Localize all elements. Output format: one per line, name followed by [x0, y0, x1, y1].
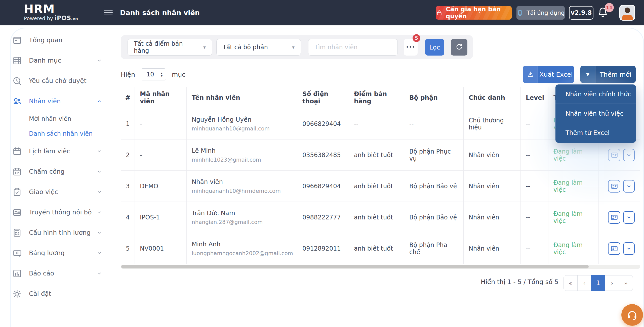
hamburger-menu-icon[interactable]	[104, 8, 113, 17]
id-card-icon	[611, 245, 618, 252]
refresh-button[interactable]	[451, 39, 467, 56]
gear-icon	[12, 289, 22, 299]
sidebar-item-cau-hinh-tinh-luong[interactable]: Cấu hình tính lương	[0, 222, 112, 243]
clock-pending-icon	[12, 76, 22, 86]
stepper-arrows-icon: ▴▾	[161, 72, 163, 77]
sidebar-subitem-moi-nhan-vien[interactable]: Mời nhân viên	[0, 111, 112, 126]
cell-actions	[599, 202, 640, 233]
select-caret-icon: ▼	[292, 45, 295, 49]
cell-name: Nhân viên minhquananh10@hrmdemo.com	[187, 171, 297, 202]
cell-pos: --	[349, 108, 404, 139]
department-filter-select[interactable]: Tất cả bộ phận ▼	[216, 39, 301, 56]
chevron-down-icon	[97, 250, 102, 256]
menu-item-nhan-vien-thu-viec[interactable]: Nhân viên thử việc	[555, 104, 636, 123]
cell-phone: 0356382485	[297, 139, 349, 171]
sidebar-item-lich-lam-viec[interactable]: Lịch làm việc	[0, 141, 112, 161]
row-expand-button[interactable]	[623, 211, 635, 224]
cell-level: --	[521, 108, 548, 139]
cell-level: --	[521, 139, 548, 171]
chevron-down-icon	[626, 183, 632, 190]
search-input[interactable]	[308, 39, 397, 55]
sidebar-item-yeu-cau-cho-duyet[interactable]: Yêu cầu chờ duyệt	[0, 71, 112, 91]
cell-dept: Bộ phận Pha chế	[404, 233, 464, 264]
add-new-dropdown-menu: Nhân viên chính thức Nhân viên thử việc …	[555, 84, 636, 143]
employee-email: minhhle1023@gmail.com	[192, 157, 261, 163]
clipboard-check-icon	[12, 187, 22, 197]
sidebar-item-label: Cài đặt	[29, 290, 51, 297]
col-so-dien-thoai: Số điện thoại	[297, 87, 349, 108]
cell-name: Lê Minh minhhle1023@gmail.com	[187, 139, 297, 171]
sidebar-item-tong-quan[interactable]: Tổng quan	[0, 30, 112, 50]
employee-card-button[interactable]	[608, 180, 620, 193]
support-fab-button[interactable]	[621, 304, 643, 326]
row-expand-button[interactable]	[623, 149, 635, 161]
status-badge: Đang làm việc	[548, 171, 599, 202]
sidebar-item-label: Truyền thông nội bộ	[29, 209, 92, 216]
cell-level: --	[521, 202, 548, 233]
payroll-icon	[12, 248, 22, 258]
download-app-button[interactable]: Tải ứng dụng	[516, 6, 565, 20]
pagination-first-button[interactable]: «	[564, 275, 578, 291]
cell-phone: 0966829404	[297, 171, 349, 202]
cell-name: Minh Anh luongphamngocanh2002@gmail.com	[187, 233, 297, 264]
cell-pos: anh biêt tuốt	[349, 139, 404, 171]
employee-card-button[interactable]	[608, 149, 620, 161]
sidebar-item-truyen-thong-noi-bo[interactable]: Truyền thông nội bộ	[0, 202, 112, 222]
filter-bar: Tất cả điểm bán hàng ▼ Tất cả bộ phận ▼ …	[121, 35, 473, 59]
chevron-down-icon	[97, 210, 102, 215]
sidebar-item-giao-viec[interactable]: Giao việc	[0, 182, 112, 202]
grid-icon	[12, 56, 22, 65]
page-size-stepper[interactable]: 10 ▴▾	[141, 68, 166, 80]
menu-item-them-tu-excel[interactable]: Thêm từ Excel	[555, 123, 636, 143]
user-avatar[interactable]	[619, 5, 635, 21]
select-caret-icon: ▼	[203, 45, 206, 49]
download-app-label: Tải ứng dụng	[527, 10, 565, 16]
logo-title: HRM	[24, 3, 78, 15]
sidebar-item-cai-dat[interactable]: Cài đặt	[0, 284, 112, 304]
logo-brand-suffix: .vn	[71, 17, 78, 21]
license-renewal-button[interactable]: Cần gia hạn bản quyền	[436, 6, 512, 20]
chevron-down-icon	[97, 169, 102, 174]
cell-stt: 4	[121, 202, 135, 233]
cell-title: Nhân viên	[464, 171, 521, 202]
scrollbar-thumb[interactable]	[121, 265, 589, 268]
table-row: 5 NV0001 Minh Anh luongphamngocanh2002@g…	[121, 233, 640, 264]
employee-search-field	[308, 39, 398, 56]
notifications-button[interactable]: 11	[597, 6, 611, 20]
chevron-down-icon	[626, 245, 632, 252]
sidebar-item-bao-cao[interactable]: Báo cáo	[0, 263, 112, 284]
cell-level: --	[521, 233, 548, 264]
cell-dept: Bộ phận Phục vụ	[404, 139, 464, 171]
cell-pos: anh biêt tuốt	[349, 233, 404, 264]
newspaper-icon	[12, 208, 22, 217]
cell-code: -	[135, 108, 187, 139]
employee-card-button[interactable]	[608, 242, 620, 255]
pagination-page-1[interactable]: 1	[591, 275, 605, 291]
pagination-prev-button[interactable]: ‹	[577, 275, 591, 291]
cell-title: Nhân viên	[464, 233, 521, 264]
cell-title: Nhân viên	[464, 139, 521, 171]
employee-card-button[interactable]	[608, 211, 620, 224]
row-expand-button[interactable]	[623, 242, 635, 255]
sidebar-subitem-label: Mời nhân viên	[29, 115, 71, 122]
sidebar-item-danh-muc[interactable]: Danh mục	[0, 50, 112, 71]
export-excel-button[interactable]: Xuất Excel	[523, 66, 574, 83]
menu-item-nhan-vien-chinh-thuc[interactable]: Nhân viên chính thức	[555, 84, 636, 104]
pos-filter-select[interactable]: Tất cả điểm bán hàng ▼	[128, 39, 212, 56]
add-new-button[interactable]: ▼ Thêm mới	[580, 66, 636, 83]
sidebar-item-nhan-vien[interactable]: Nhân viên	[0, 91, 112, 111]
cell-actions	[599, 139, 640, 171]
calendar-icon	[12, 147, 22, 156]
apply-filter-button[interactable]: Lọc	[425, 39, 444, 56]
row-expand-button[interactable]	[623, 180, 635, 193]
sidebar-item-cham-cong[interactable]: Chấm công	[0, 161, 112, 182]
cell-stt: 1	[121, 108, 135, 139]
sidebar-item-label: Lịch làm việc	[29, 148, 70, 155]
cell-dept: Bộ phận Bảo vệ	[404, 171, 464, 202]
sidebar-item-bang-luong[interactable]: Bảng lương	[0, 243, 112, 263]
pagination-last-button[interactable]: »	[619, 275, 633, 291]
pagination-next-button[interactable]: ›	[605, 275, 619, 291]
chevron-down-icon	[97, 271, 102, 276]
sidebar-subitem-danh-sach-nhan-vien[interactable]: Danh sách nhân viên	[0, 126, 112, 141]
cell-dept: --	[404, 108, 464, 139]
